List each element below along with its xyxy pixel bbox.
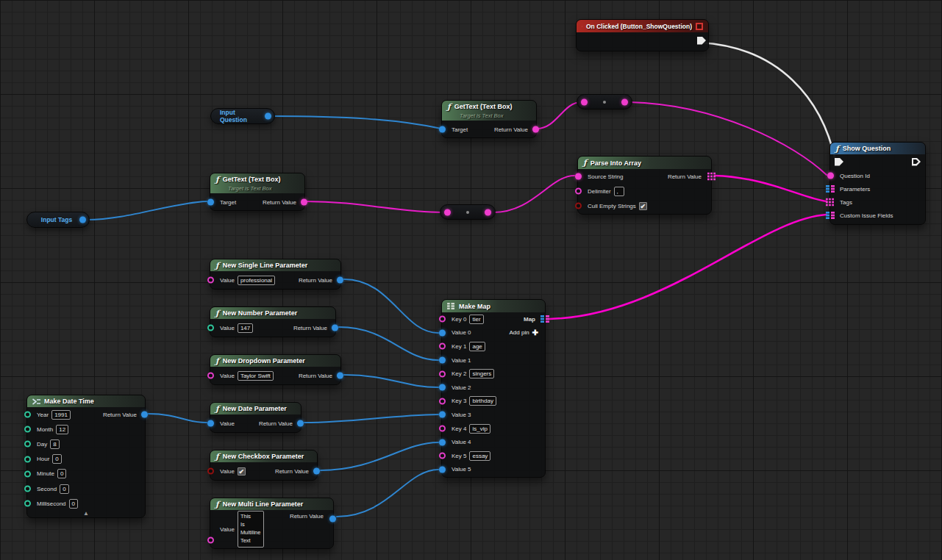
parse-header[interactable]: ƒ Parse Into Array: [578, 157, 711, 169]
node-header[interactable]: ƒ New Dropdown Parameter: [210, 355, 340, 367]
node-parse-into-array[interactable]: ƒ Parse Into Array Source String Return …: [577, 156, 712, 215]
value-pin[interactable]: [207, 420, 214, 427]
node-new-date-parameter[interactable]: ƒ New Date Parameter Value Return Value: [210, 402, 301, 433]
key2-pin[interactable]: [439, 370, 446, 377]
return-value-array-pin[interactable]: [707, 173, 716, 181]
collapse-arrow-icon[interactable]: ▲: [83, 511, 89, 517]
target-pin[interactable]: [439, 126, 446, 133]
value-pin[interactable]: [207, 277, 214, 284]
node-new-dropdown-parameter[interactable]: ƒ New Dropdown Parameter Value Taylor Sw…: [210, 354, 341, 385]
reroute-out-pin[interactable]: [485, 209, 491, 215]
node-header[interactable]: ƒ New Multi Line Parameter: [210, 498, 333, 510]
exec-in-pin[interactable]: [835, 158, 843, 166]
key3-pin[interactable]: [439, 398, 446, 404]
exec-out-pin[interactable]: [912, 158, 921, 166]
value-pin[interactable]: [207, 468, 214, 475]
reroute-node-question[interactable]: [577, 94, 632, 110]
make-map-header[interactable]: Make Map: [442, 300, 545, 312]
key0-input[interactable]: tier: [469, 315, 483, 324]
day-pin[interactable]: [24, 441, 31, 448]
node-new-number-parameter[interactable]: ƒ New Number Parameter Value 147 Return …: [210, 306, 336, 337]
node-make-map[interactable]: Make Map Key 0 tier Map Value 0 Add pin …: [441, 299, 546, 478]
key5-pin[interactable]: [439, 453, 446, 459]
node-make-date-time[interactable]: Make Date Time Year 1991 Return Value Mo…: [26, 395, 146, 518]
value-input[interactable]: 147: [238, 323, 253, 333]
variable-out-pin[interactable]: [265, 113, 271, 120]
node-new-multi-line-parameter[interactable]: ƒ New Multi Line Parameter Value This Is…: [210, 498, 334, 549]
value-multiline-input[interactable]: This Is Multiline Text: [238, 511, 264, 548]
reroute-node-tags[interactable]: [440, 204, 496, 220]
key1-pin[interactable]: [439, 343, 446, 350]
variable-input-question[interactable]: Input Question: [210, 108, 275, 124]
map-out-pin[interactable]: [540, 315, 549, 323]
reroute-in-pin[interactable]: [581, 98, 588, 105]
year-input[interactable]: 1991: [51, 410, 71, 420]
node-header[interactable]: ƒ New Date Parameter: [210, 403, 301, 414]
key0-pin[interactable]: [439, 316, 446, 323]
gettext-header[interactable]: ƒ GetText (Text Box) Target is Text Box: [442, 101, 536, 121]
month-pin[interactable]: [24, 426, 31, 433]
reroute-out-pin[interactable]: [621, 98, 628, 105]
value-input[interactable]: professional: [238, 276, 275, 285]
value-pin[interactable]: [207, 537, 214, 544]
node-header[interactable]: ƒ New Number Parameter: [210, 307, 335, 319]
return-value-pin[interactable]: [532, 126, 539, 133]
value2-pin[interactable]: [439, 384, 446, 391]
target-pin[interactable]: [207, 199, 214, 206]
minute-pin[interactable]: [24, 470, 31, 477]
value5-pin[interactable]: [439, 466, 446, 473]
return-value-pin[interactable]: [141, 412, 148, 418]
node-show-question[interactable]: ƒ Show Question Question Id Parameters T…: [829, 142, 926, 225]
on-clicked-header[interactable]: On Clicked (Button_ShowQuestion): [577, 20, 708, 32]
year-pin[interactable]: [24, 412, 31, 418]
show-question-header[interactable]: ƒ Show Question: [830, 143, 925, 154]
delegate-pin[interactable]: [696, 23, 703, 30]
return-value-pin[interactable]: [337, 277, 343, 284]
millisecond-input[interactable]: 0: [69, 499, 78, 509]
return-value-pin[interactable]: [329, 516, 336, 523]
second-pin[interactable]: [24, 486, 31, 492]
cull-empty-strings-pin[interactable]: [575, 203, 582, 209]
second-input[interactable]: 0: [60, 484, 68, 494]
value-pin[interactable]: [207, 373, 214, 379]
value-input[interactable]: Taylor Swift: [238, 371, 274, 381]
make-date-time-header[interactable]: Make Date Time: [27, 395, 145, 407]
key1-input[interactable]: age: [469, 342, 485, 351]
hour-pin[interactable]: [24, 456, 31, 462]
return-value-pin[interactable]: [313, 468, 320, 475]
key3-input[interactable]: birthday: [469, 396, 496, 406]
node-new-checkbox-parameter[interactable]: ƒ New Checkbox Parameter Value ✔ Return …: [210, 450, 318, 481]
value1-pin[interactable]: [439, 357, 446, 364]
key4-pin[interactable]: [439, 426, 446, 432]
node-gettext-question[interactable]: ƒ GetText (Text Box) Target is Text Box …: [441, 100, 537, 138]
question-id-pin[interactable]: [827, 173, 834, 179]
variable-out-pin[interactable]: [79, 217, 86, 223]
reroute-in-pin[interactable]: [444, 209, 451, 215]
node-on-clicked[interactable]: On Clicked (Button_ShowQuestion): [576, 19, 709, 51]
source-string-pin[interactable]: [575, 173, 582, 180]
gettext-header[interactable]: ƒ GetText (Text Box) Target is Text Box: [210, 173, 304, 193]
day-input[interactable]: 8: [50, 439, 59, 449]
value-pin[interactable]: [207, 325, 214, 331]
delimiter-pin[interactable]: [575, 188, 582, 195]
node-header[interactable]: ƒ New Checkbox Parameter: [210, 450, 317, 462]
return-value-pin[interactable]: [332, 325, 338, 331]
value0-pin[interactable]: [439, 329, 446, 336]
key2-input[interactable]: singers: [469, 369, 494, 378]
cull-empty-strings-checkbox[interactable]: ✔: [639, 202, 647, 210]
month-input[interactable]: 12: [56, 425, 68, 434]
custom-issue-fields-map-pin[interactable]: [826, 212, 835, 219]
minute-input[interactable]: 0: [57, 469, 66, 478]
return-value-pin[interactable]: [337, 373, 343, 379]
key5-input[interactable]: essay: [469, 451, 490, 461]
value-checkbox[interactable]: ✔: [238, 467, 246, 475]
return-value-pin[interactable]: [301, 199, 307, 206]
millisecond-pin[interactable]: [24, 500, 31, 507]
return-value-pin[interactable]: [297, 420, 304, 427]
value4-pin[interactable]: [439, 439, 446, 445]
node-gettext-tags[interactable]: ƒ GetText (Text Box) Target is Text Box …: [210, 173, 305, 211]
node-header[interactable]: ƒ New Single Line Parameter: [210, 259, 340, 271]
node-new-single-line-parameter[interactable]: ƒ New Single Line Parameter Value profes…: [210, 259, 341, 290]
exec-out-pin[interactable]: [697, 37, 706, 45]
key4-input[interactable]: is_vip: [469, 424, 490, 434]
